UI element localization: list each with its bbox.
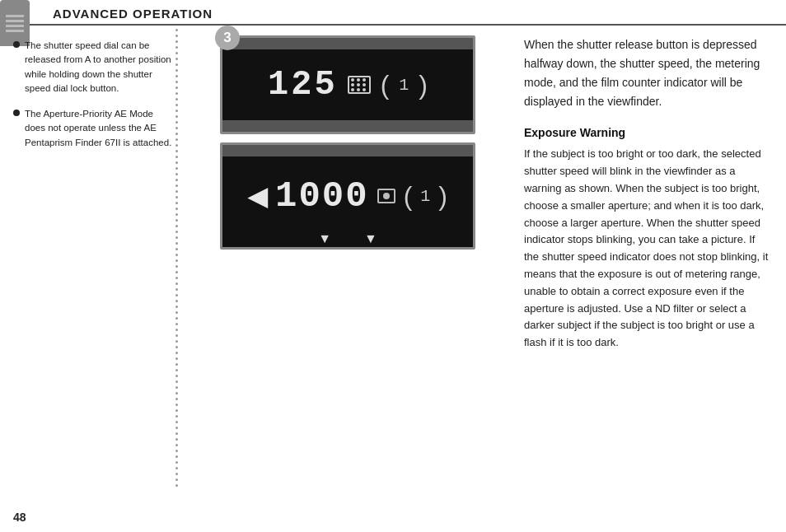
metering-icon (348, 76, 371, 94)
center-area: 3 125 (181, 26, 514, 515)
sidebar-note-1-text: The shutter speed dial can be released f… (25, 39, 175, 96)
vf-warn-meter-icon (377, 189, 395, 203)
page-number: 48 (13, 511, 26, 524)
viewfinder-bottom-wrapper: ◀ 1000 ( 1 ) ▼ ▼ (220, 142, 475, 250)
main-description: When the shutter release button is depre… (524, 35, 773, 111)
main-content: The shutter speed dial can be released f… (0, 26, 786, 515)
bullet-icon-2 (13, 110, 20, 116)
vf-si-dot (383, 193, 390, 199)
dot-divider (171, 26, 181, 515)
vf-warn-speed: 1000 (275, 175, 369, 217)
vf-bottom-bar (222, 120, 473, 132)
vf-warning-arrow: ◀ (248, 182, 267, 211)
page-header: ADVANCED OPERATION (0, 0, 786, 26)
vf-warn-bracket-left: ( (404, 183, 413, 209)
viewfinder-top: 125 (220, 35, 475, 134)
page-title: ADVANCED OPERATION (53, 7, 213, 21)
sidebar: The shutter speed dial can be released f… (0, 26, 181, 515)
bullet-icon (13, 41, 20, 48)
vf-warn-film-counter: 1 (420, 187, 430, 206)
exposure-warning-body: If the subject is too bright or too dark… (524, 146, 773, 352)
vf-arrow-down-row: ▼ ▼ (318, 232, 377, 245)
vf-shutter-speed: 125 (268, 65, 338, 105)
vf-top-bar (222, 38, 473, 49)
viewfinder-warning: ◀ 1000 ( 1 ) ▼ ▼ (220, 142, 475, 250)
exposure-warning-title: Exposure Warning (524, 126, 773, 139)
right-text-area: When the shutter release button is depre… (514, 26, 786, 515)
step-badge: 3 (215, 26, 240, 50)
vf-warn-bracket-right: ) (438, 183, 447, 209)
sidebar-note-1: The shutter speed dial can be released f… (13, 39, 175, 96)
vf-film-counter: 1 (399, 76, 409, 95)
vf-top-inner: 125 (222, 65, 473, 105)
vf-warn-top-bar (222, 145, 473, 156)
viewfinder-top-wrapper: 3 125 (220, 35, 475, 134)
sidebar-note-2: The Aperture-Priority AE Mode does not o… (13, 107, 175, 150)
vf-bracket-right: ) (419, 72, 428, 98)
vf-arrow-down-right: ▼ (364, 232, 377, 245)
metering-dot-grid (351, 78, 367, 91)
vf-arrow-down-left: ▼ (318, 232, 331, 245)
sidebar-note-2-text: The Aperture-Priority AE Mode does not o… (25, 107, 175, 150)
metering-icon-box (348, 76, 371, 94)
vf-warn-inner: ◀ 1000 ( 1 ) (222, 175, 473, 217)
vf-bracket-left: ( (381, 72, 390, 98)
